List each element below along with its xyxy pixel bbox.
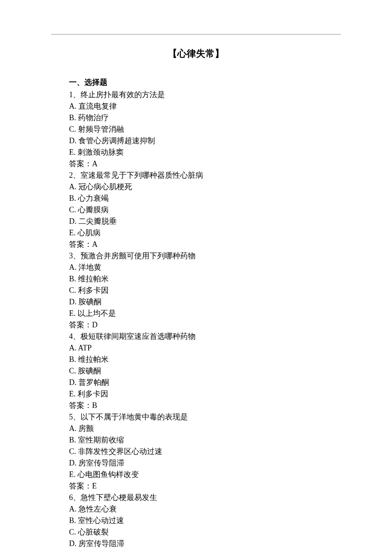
top-rule bbox=[51, 34, 341, 35]
question-answer: 答案：A bbox=[69, 239, 341, 250]
question-option: B. 心力衰竭 bbox=[69, 193, 341, 204]
question-option: D. 食管心房调搏超速抑制 bbox=[69, 135, 341, 147]
question-answer: 答案：E bbox=[69, 480, 341, 492]
question-option: C. 非阵发性交界区心动过速 bbox=[69, 446, 341, 457]
question-option: C. 胺碘酮 bbox=[69, 365, 341, 377]
question-option: B. 药物治疗 bbox=[69, 112, 341, 124]
question-stem: 5、以下不属于洋地黄中毒的表现是 bbox=[69, 411, 341, 423]
question-option: C. 心脏破裂 bbox=[69, 526, 341, 538]
question-option: B. 维拉帕米 bbox=[69, 354, 341, 365]
question-option: D. 房室传导阻滞 bbox=[69, 457, 341, 469]
document-page: 【心律失常】 一、选择题 1、终止房扑最有效的方法是A. 直流电复律B. 药物治… bbox=[0, 0, 392, 555]
question-list: 1、终止房扑最有效的方法是A. 直流电复律B. 药物治疗C. 射频导管消融D. … bbox=[51, 89, 341, 549]
question-stem: 1、终止房扑最有效的方法是 bbox=[69, 89, 341, 101]
question-option: A. 直流电复律 bbox=[69, 101, 341, 112]
question-option: A. 洋地黄 bbox=[69, 262, 341, 273]
question-option: C. 射频导管消融 bbox=[69, 124, 341, 135]
question-option: B. 维拉帕米 bbox=[69, 273, 341, 285]
question-option: E. 以上均不是 bbox=[69, 308, 341, 319]
question-option: D. 普罗帕酮 bbox=[69, 377, 341, 388]
question-answer: 答案：A bbox=[69, 158, 341, 170]
question-option: A. 房颤 bbox=[69, 423, 341, 434]
page-title: 【心律失常】 bbox=[51, 47, 341, 60]
question-option: D. 房室传导阻滞 bbox=[69, 538, 341, 549]
question-option: A. 冠心病心肌梗死 bbox=[69, 181, 341, 193]
question-stem: 3、预激合并房颤可使用下列哪种药物 bbox=[69, 250, 341, 262]
section-heading: 一、选择题 bbox=[69, 77, 341, 87]
question-stem: 4、极短联律间期室速应首选哪种药物 bbox=[69, 331, 341, 342]
question-option: E. 心肌病 bbox=[69, 227, 341, 239]
question-option: A. 急性左心衰 bbox=[69, 503, 341, 515]
question-option: E. 利多卡因 bbox=[69, 388, 341, 400]
question-stem: 2、室速最常见于下列哪种器质性心脏病 bbox=[69, 170, 341, 181]
question-answer: 答案：D bbox=[69, 319, 341, 331]
question-answer: 答案：B bbox=[69, 400, 341, 411]
question-option: C. 心瓣膜病 bbox=[69, 204, 341, 216]
question-option: A. ATP bbox=[69, 342, 341, 354]
question-stem: 6、急性下壁心梗最易发生 bbox=[69, 492, 341, 503]
question-option: D. 二尖瓣脱垂 bbox=[69, 216, 341, 227]
question-option: B. 室性期前收缩 bbox=[69, 434, 341, 446]
question-option: B. 室性心动过速 bbox=[69, 515, 341, 526]
question-option: C. 利多卡因 bbox=[69, 285, 341, 296]
question-option: E. 心电图鱼钩样改变 bbox=[69, 469, 341, 480]
question-option: E. 刺激颈动脉窦 bbox=[69, 147, 341, 158]
question-option: D. 胺碘酮 bbox=[69, 296, 341, 308]
